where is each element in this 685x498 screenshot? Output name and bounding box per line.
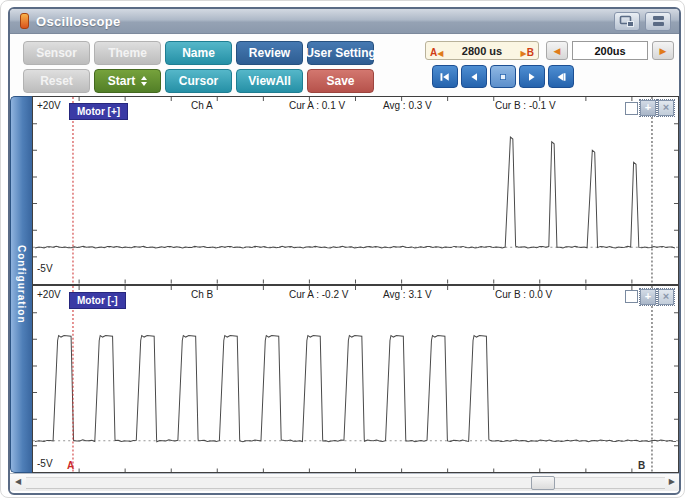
stop-icon xyxy=(496,71,510,83)
scope-panels: +20V Motor [+] Ch A Cur A : 0.1 V Avg : … xyxy=(32,96,679,473)
toolbar: Sensor Theme Name Review User Setting Re… xyxy=(10,34,679,96)
average-readout: Avg : 0.3 V xyxy=(383,100,432,111)
timebase-value: 200us xyxy=(594,45,625,57)
configuration-tab-label: Configuration xyxy=(16,245,27,324)
minimize-icon xyxy=(651,15,666,27)
review-button-label: Review xyxy=(249,46,290,60)
channel-title-badge[interactable]: Motor [-] xyxy=(69,292,126,309)
y-min-label: -5V xyxy=(37,263,53,274)
cursor-b-readout: Cur B : 0.0 V xyxy=(495,289,552,300)
panel-a-controls: + × xyxy=(625,100,674,116)
review-button[interactable]: Review xyxy=(236,41,303,65)
scroll-left-icon[interactable]: ◀ xyxy=(15,478,21,486)
cursor-b-readout: Cur B : -0.1 V xyxy=(495,100,556,111)
reset-button[interactable]: Reset xyxy=(23,69,90,93)
reset-button-label: Reset xyxy=(40,74,73,88)
marker-b-label: B xyxy=(527,47,534,58)
minimize-button[interactable] xyxy=(645,12,671,31)
spinner-arrows-icon xyxy=(141,76,147,86)
channel-title-badge[interactable]: Motor [+] xyxy=(69,103,128,120)
skip-end-button[interactable] xyxy=(548,65,574,88)
display-icon xyxy=(619,15,635,28)
panel-checkbox[interactable] xyxy=(625,102,638,115)
start-button-label: Start xyxy=(108,74,135,88)
save-button[interactable]: Save xyxy=(307,69,374,93)
channel-name-label: Ch B xyxy=(191,289,213,300)
skip-end-icon xyxy=(554,71,568,83)
name-button-label: Name xyxy=(182,46,215,60)
timebase-value-box[interactable]: 200us xyxy=(572,41,648,60)
step-back-button[interactable] xyxy=(461,65,487,88)
scope-panel-a: +20V Motor [+] Ch A Cur A : 0.1 V Avg : … xyxy=(33,97,678,284)
title-bar: Oscilloscope xyxy=(10,9,679,34)
y-max-label: +20V xyxy=(37,289,61,300)
theme-button-label: Theme xyxy=(108,46,147,60)
configuration-tab[interactable]: Configuration xyxy=(10,96,32,473)
app-icon xyxy=(20,13,29,29)
viewall-button-label: ViewAll xyxy=(248,74,290,88)
skip-start-icon xyxy=(438,71,452,83)
step-forward-icon xyxy=(525,71,539,83)
scrollbar-track[interactable] xyxy=(26,477,665,489)
close-icon[interactable]: × xyxy=(658,289,674,305)
channel-name-label: Ch A xyxy=(191,100,213,111)
sensor-button[interactable]: Sensor xyxy=(23,41,90,65)
right-arrow-icon: ▶ xyxy=(660,46,667,56)
window-title: Oscilloscope xyxy=(36,14,609,29)
viewall-button[interactable]: ViewAll xyxy=(236,69,303,93)
y-max-label: +20V xyxy=(37,100,61,111)
theme-button[interactable]: Theme xyxy=(94,41,161,65)
timebase-decrease-button[interactable]: ◀ xyxy=(546,41,568,60)
cursor-a-readout: Cur A : -0.2 V xyxy=(289,289,348,300)
cursor-b-marker[interactable]: B xyxy=(638,460,645,471)
left-arrow-icon: ◀ xyxy=(554,46,561,56)
cursor-a-marker[interactable]: A xyxy=(67,460,74,471)
user-setting-button[interactable]: User Setting xyxy=(307,41,374,65)
start-button[interactable]: Start xyxy=(94,69,161,93)
horizontal-scrollbar: ◀ ▶ xyxy=(10,473,679,491)
save-button-label: Save xyxy=(326,74,354,88)
stop-button[interactable] xyxy=(490,65,516,88)
move-icon[interactable]: + xyxy=(640,100,656,116)
skip-start-button[interactable] xyxy=(432,65,458,88)
display-mode-button[interactable] xyxy=(614,12,640,31)
marker-a-arrow-icon: ◀ xyxy=(437,49,443,58)
transport-controls xyxy=(432,65,674,88)
name-button[interactable]: Name xyxy=(165,41,232,65)
cursor-a-readout: Cur A : 0.1 V xyxy=(289,100,345,111)
interval-value: 2800 us xyxy=(462,45,502,57)
waveform-plot-b[interactable] xyxy=(33,286,678,473)
step-back-icon xyxy=(467,71,481,83)
scope-panel-b: +20V Motor [-] Ch B Cur A : -0.2 V Avg :… xyxy=(33,284,678,473)
time-readout-row: A◀ 2800 us ▶B ◀ 200us ▶ xyxy=(425,41,674,60)
panel-checkbox[interactable] xyxy=(625,290,638,303)
scrollbar-thumb[interactable] xyxy=(531,476,555,490)
cursor-button-label: Cursor xyxy=(179,74,218,88)
time-controls: A◀ 2800 us ▶B ◀ 200us ▶ xyxy=(425,41,674,88)
panel-b-controls: + × xyxy=(625,289,674,305)
timebase-increase-button[interactable]: ▶ xyxy=(652,41,674,60)
toolbar-button-grid: Sensor Theme Name Review User Setting Re… xyxy=(23,41,374,93)
oscilloscope-window: Oscilloscope Sensor Theme Name Review Us… xyxy=(8,7,681,495)
cursor-button[interactable]: Cursor xyxy=(165,69,232,93)
move-icon[interactable]: + xyxy=(640,289,656,305)
screenshot-frame: Oscilloscope Sensor Theme Name Review Us… xyxy=(0,0,685,498)
step-forward-button[interactable] xyxy=(519,65,545,88)
scroll-right-icon[interactable]: ▶ xyxy=(669,478,675,486)
close-icon[interactable]: × xyxy=(658,100,674,116)
cursor-interval-display: A◀ 2800 us ▶B xyxy=(425,41,539,60)
waveform-plot-a[interactable] xyxy=(33,97,678,284)
sensor-button-label: Sensor xyxy=(36,46,77,60)
user-setting-button-label: User Setting xyxy=(305,46,376,60)
chart-area: Configuration +20V Motor [+] Ch A Cur A … xyxy=(10,96,679,473)
average-readout: Avg : 3.1 V xyxy=(383,289,432,300)
y-min-label: -5V xyxy=(37,458,53,469)
